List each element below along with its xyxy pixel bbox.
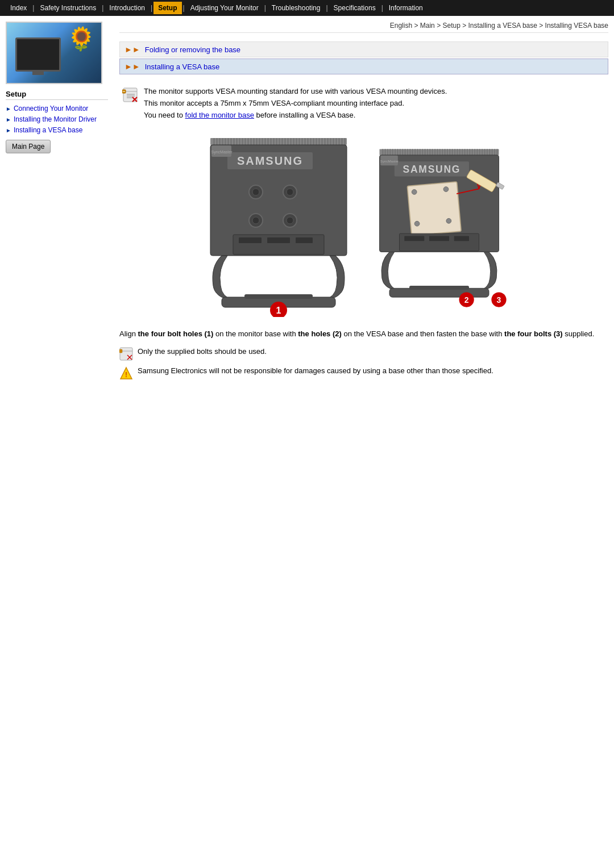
svg-rect-11 <box>216 138 218 145</box>
svg-rect-95 <box>422 149 424 156</box>
svg-rect-122 <box>489 149 491 156</box>
svg-point-134 <box>414 221 420 226</box>
nav-safety[interactable]: Safety Instructions <box>35 2 101 14</box>
section-folding[interactable]: ►► Folding or removing the base <box>119 41 608 57</box>
note2-text: Only the supplied bolts should be used. <box>138 346 267 358</box>
svg-rect-45 <box>313 138 314 145</box>
svg-rect-50 <box>327 138 329 145</box>
svg-rect-85 <box>397 149 399 156</box>
svg-rect-103 <box>442 149 443 156</box>
svg-rect-36 <box>287 138 289 145</box>
svg-point-133 <box>443 187 449 192</box>
svg-rect-142 <box>404 236 424 241</box>
nav-sep-5: | <box>263 4 267 12</box>
svg-rect-31 <box>273 138 275 145</box>
section-folding-link[interactable]: Folding or removing the base <box>145 45 240 54</box>
svg-text:3: 3 <box>497 295 501 304</box>
svg-rect-93 <box>417 149 418 156</box>
svg-text:SyncMaster: SyncMaster <box>211 150 233 155</box>
svg-point-65 <box>287 189 293 195</box>
svg-rect-123 <box>491 149 493 156</box>
svg-rect-92 <box>414 149 416 156</box>
svg-rect-34 <box>281 138 283 145</box>
svg-rect-87 <box>402 149 404 156</box>
svg-rect-75 <box>244 294 313 299</box>
nav-adjusting[interactable]: Adjusting Your Monitor <box>186 2 263 14</box>
svg-rect-16 <box>230 138 232 145</box>
svg-rect-18 <box>236 138 238 145</box>
svg-rect-21 <box>244 138 246 145</box>
svg-point-67 <box>252 217 259 224</box>
svg-rect-35 <box>284 138 286 145</box>
sidebar-image <box>6 22 102 84</box>
svg-rect-49 <box>324 138 326 145</box>
arrow-icon-3: ► <box>6 127 11 133</box>
svg-rect-43 <box>307 138 309 145</box>
main-page-button[interactable]: Main Page <box>6 140 51 153</box>
nav-troubleshooting[interactable]: Troubleshooting <box>267 2 325 14</box>
svg-rect-32 <box>276 138 277 145</box>
double-arrow-icon-1: ►► <box>125 45 140 54</box>
svg-rect-10 <box>213 138 215 145</box>
svg-text:1: 1 <box>276 306 281 315</box>
svg-rect-112 <box>464 149 466 156</box>
svg-rect-28 <box>264 138 266 145</box>
svg-rect-144 <box>454 236 469 241</box>
svg-rect-104 <box>444 149 446 156</box>
arrow-icon-2: ► <box>6 116 11 123</box>
warning-icon: ! <box>119 366 133 380</box>
nav-introduction[interactable]: Introduction <box>105 2 150 14</box>
svg-rect-71 <box>239 237 262 243</box>
nav-index[interactable]: Index <box>6 2 31 14</box>
svg-rect-24 <box>253 138 255 145</box>
svg-rect-47 <box>318 138 320 145</box>
sidebar-link-driver-label: Installing the Monitor Driver <box>14 115 97 123</box>
svg-rect-143 <box>429 236 449 241</box>
nav-sep-3: | <box>150 4 154 12</box>
svg-point-63 <box>252 189 259 195</box>
note2: Only the supplied bolts should be used. <box>119 346 608 361</box>
svg-rect-90 <box>409 149 411 156</box>
svg-rect-53 <box>335 138 337 145</box>
nav-sep-2: | <box>101 4 105 12</box>
svg-rect-15 <box>227 138 229 145</box>
info-note: The monitor supports VESA mounting stand… <box>119 83 608 124</box>
content-area: English > Main > Setup > Installing a VE… <box>114 22 608 385</box>
svg-rect-109 <box>457 149 458 156</box>
fold-monitor-link[interactable]: fold the monitor base <box>185 111 254 119</box>
svg-rect-105 <box>447 149 449 156</box>
svg-rect-121 <box>487 149 488 156</box>
nav-sep-1: | <box>31 4 35 12</box>
svg-rect-146 <box>409 286 469 290</box>
sidebar-link-connecting[interactable]: ► Connecting Your Monitor <box>6 105 108 112</box>
svg-rect-89 <box>407 149 409 156</box>
sidebar-link-vesa[interactable]: ► Installing a VESA base <box>6 126 108 134</box>
svg-rect-99 <box>432 149 433 156</box>
nav-specifications[interactable]: Specifications <box>329 2 380 14</box>
svg-rect-80 <box>384 149 386 156</box>
svg-rect-84 <box>395 149 396 156</box>
note-text: The monitor supports VESA mounting stand… <box>144 86 447 121</box>
sidebar-link-monitor-driver[interactable]: ► Installing the Monitor Driver <box>6 115 108 123</box>
warning-text: Samsung Electronics will not be responsi… <box>138 365 493 377</box>
sidebar: Setup ► Connecting Your Monitor ► Instal… <box>6 22 114 385</box>
svg-rect-29 <box>267 138 269 145</box>
svg-rect-73 <box>296 237 313 243</box>
svg-rect-86 <box>400 149 401 156</box>
svg-rect-107 <box>451 149 453 156</box>
arrow-icon-1: ► <box>6 106 11 112</box>
sidebar-setup-label: Setup <box>6 89 108 100</box>
nav-setup[interactable]: Setup <box>154 2 181 14</box>
svg-rect-100 <box>434 149 436 156</box>
svg-rect-40 <box>298 138 300 145</box>
section-vesa-link[interactable]: Installing a VESA base <box>145 62 220 71</box>
nav-information[interactable]: Information <box>384 2 428 14</box>
bottom-paragraph: Align the four bolt holes (1) on the mon… <box>119 328 608 340</box>
section-vesa[interactable]: ►► Installing a VESA base <box>119 59 608 74</box>
note2-icon <box>119 347 133 361</box>
svg-point-69 <box>287 217 293 224</box>
svg-rect-30 <box>270 138 272 145</box>
svg-rect-27 <box>262 138 263 145</box>
svg-rect-91 <box>412 149 413 156</box>
svg-rect-94 <box>420 149 421 156</box>
